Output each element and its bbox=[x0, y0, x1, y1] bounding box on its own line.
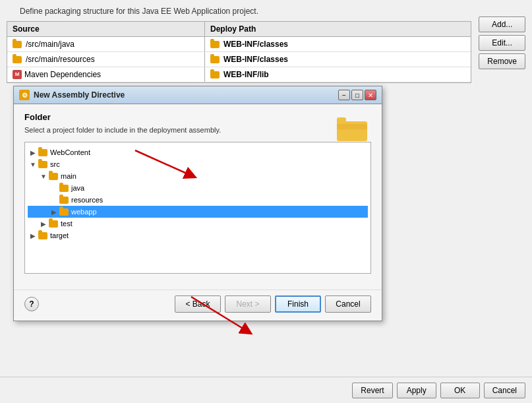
add-button[interactable]: Add... bbox=[479, 16, 525, 32]
tree-label: target bbox=[50, 232, 69, 239]
tree-label: WebContent bbox=[50, 148, 90, 156]
dialog-controls: − □ ✕ bbox=[338, 90, 376, 100]
expand-icon[interactable]: ▶ bbox=[49, 206, 59, 217]
maximize-button[interactable]: □ bbox=[351, 90, 363, 100]
expand-icon[interactable]: ▼ bbox=[38, 171, 49, 181]
section-title: Folder bbox=[24, 112, 221, 122]
ok-button[interactable]: OK bbox=[440, 383, 480, 398]
folder-icon bbox=[38, 161, 47, 168]
deploy-column-header: Deploy Path bbox=[205, 22, 471, 36]
tree-node-main[interactable]: ▼ main bbox=[28, 170, 368, 182]
table-row[interactable]: /src/main/resources WEB-INF/classes bbox=[7, 52, 471, 67]
maven-icon: M bbox=[13, 70, 22, 79]
folder-icon bbox=[49, 220, 58, 228]
folder-icon bbox=[38, 232, 47, 239]
expand-icon[interactable]: ▶ bbox=[38, 218, 49, 229]
tree-node-webapp[interactable]: ▶ webapp bbox=[28, 206, 368, 218]
footer-buttons: < Back Next > Finish Cancel bbox=[175, 295, 371, 313]
finish-button[interactable]: Finish bbox=[275, 295, 321, 313]
folder-icon bbox=[38, 149, 47, 156]
expand-icon[interactable]: ▼ bbox=[28, 159, 38, 170]
tree-label: webapp bbox=[71, 208, 97, 216]
table-row[interactable]: /src/main/java WEB-INF/classes bbox=[7, 37, 471, 52]
tree-node-src[interactable]: ▼ src bbox=[28, 158, 368, 170]
apply-button[interactable]: Apply bbox=[397, 383, 436, 398]
source-cell: /src/main/java bbox=[7, 37, 205, 51]
remove-button[interactable]: Remove bbox=[479, 53, 525, 69]
tree-node-java[interactable]: java bbox=[28, 182, 368, 194]
help-button[interactable]: ? bbox=[24, 297, 39, 311]
folder-icon bbox=[13, 56, 22, 63]
deploy-cell: WEB-INF/classes bbox=[205, 37, 471, 51]
folder-large-icon bbox=[337, 112, 371, 141]
tree-label: java bbox=[71, 184, 84, 192]
dialog-body: Folder Select a project folder to includ… bbox=[14, 104, 382, 287]
right-button-group: Add... Edit... Remove bbox=[479, 16, 525, 69]
folder-icon bbox=[59, 185, 69, 192]
tree-label: main bbox=[61, 172, 76, 180]
next-button[interactable]: Next > bbox=[225, 295, 271, 313]
tree-node-webcontent[interactable]: ▶ WebContent bbox=[28, 146, 368, 158]
page-description: Define packaging structure for this Java… bbox=[7, 7, 525, 16]
table-row[interactable]: M Maven Dependencies WEB-INF/lib bbox=[7, 67, 471, 82]
revert-button[interactable]: Revert bbox=[352, 383, 392, 398]
folder-icon bbox=[59, 208, 69, 216]
folder-icon bbox=[59, 197, 69, 204]
tree-label: resources bbox=[71, 196, 103, 204]
deploy-cell: WEB-INF/classes bbox=[205, 52, 471, 67]
dialog-footer: ? < Back Next > Finish Cancel bbox=[14, 290, 382, 321]
folder-icon bbox=[210, 56, 220, 63]
tree-label: src bbox=[50, 160, 60, 168]
folder-icon bbox=[13, 41, 22, 48]
expand-icon[interactable]: ▶ bbox=[28, 147, 38, 158]
dialog-title: ⚙ New Assembly Directive bbox=[19, 90, 125, 100]
deploy-cell: WEB-INF/lib bbox=[205, 67, 471, 82]
source-cell: M Maven Dependencies bbox=[7, 67, 205, 82]
table-header: Source Deploy Path bbox=[7, 22, 471, 37]
tree-node-target[interactable]: ▶ target bbox=[28, 230, 368, 241]
tree-label: test bbox=[61, 220, 73, 228]
new-assembly-directive-dialog: ⚙ New Assembly Directive − □ ✕ Folder Se… bbox=[13, 86, 382, 321]
folder-icon bbox=[210, 71, 220, 78]
close-button[interactable]: ✕ bbox=[365, 90, 376, 100]
edit-button[interactable]: Edit... bbox=[479, 35, 525, 51]
folder-icon bbox=[210, 41, 220, 48]
minimize-button[interactable]: − bbox=[338, 90, 350, 100]
source-cell: /src/main/resources bbox=[7, 52, 205, 67]
cancel-button[interactable]: Cancel bbox=[484, 383, 525, 398]
deployment-table: Source Deploy Path /src/main/java WEB-IN… bbox=[7, 21, 471, 83]
dialog-gear-icon: ⚙ bbox=[19, 90, 30, 100]
source-column-header: Source bbox=[7, 22, 205, 36]
folder-icon bbox=[49, 173, 58, 180]
back-button[interactable]: < Back bbox=[175, 295, 221, 313]
dialog-cancel-button[interactable]: Cancel bbox=[325, 295, 371, 313]
section-description: Select a project folder to include in th… bbox=[24, 126, 221, 134]
tree-node-resources[interactable]: resources bbox=[28, 194, 368, 206]
folder-tree[interactable]: ▶ WebContent ▼ src ▼ main java bbox=[24, 142, 371, 274]
tree-node-test[interactable]: ▶ test bbox=[28, 218, 368, 230]
bottom-bar: Revert Apply OK Cancel bbox=[0, 377, 532, 403]
dialog-titlebar: ⚙ New Assembly Directive − □ ✕ bbox=[14, 86, 382, 104]
expand-icon[interactable]: ▶ bbox=[28, 230, 38, 241]
dialog-title-text: New Assembly Directive bbox=[34, 90, 125, 100]
